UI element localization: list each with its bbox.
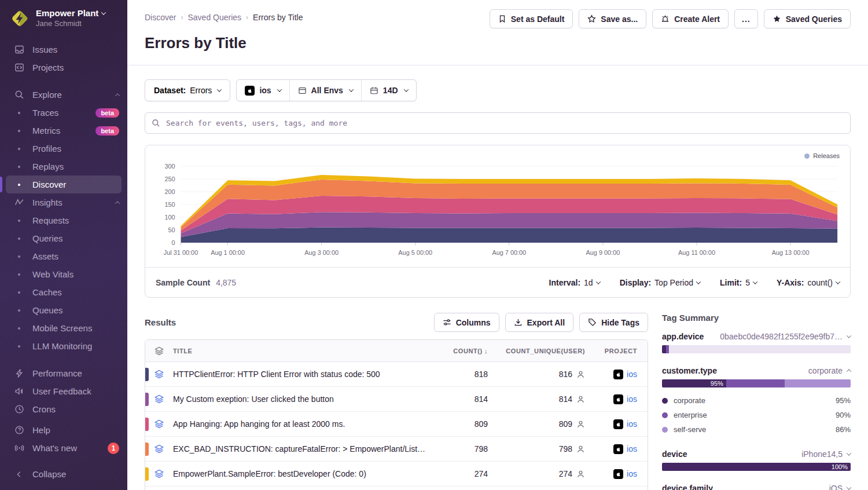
chevron-down-icon [836, 279, 840, 284]
event-title-link[interactable]: EmpowerPlant.SampleError: bestDeveloper … [173, 469, 366, 478]
breadcrumb-discover[interactable]: Discover [145, 13, 176, 22]
download-icon [514, 318, 523, 327]
legend-dot [662, 398, 668, 404]
breadcrumb-saved-queries[interactable]: Saved Queries [187, 13, 241, 22]
more-options-button[interactable]: ... [734, 9, 758, 28]
sidebar-item-caches[interactable]: •Caches [0, 283, 127, 301]
stack-icon[interactable] [145, 444, 173, 454]
sidebar-item-projects[interactable]: Projects [0, 58, 127, 76]
sidebar-item-metrics[interactable]: •Metricsbeta [0, 122, 127, 140]
sidebar-item-crons[interactable]: Crons [0, 400, 127, 418]
sidebar-item-requests[interactable]: •Requests [0, 211, 127, 229]
sidebar-item-label: Performance [32, 368, 82, 378]
chevron-down-icon [403, 87, 408, 92]
export-all-button[interactable]: Export All [505, 313, 574, 332]
sidebar-item-queries[interactable]: •Queries [0, 229, 127, 247]
column-count[interactable]: COUNT()↓ [433, 348, 488, 354]
sidebar-item-traces[interactable]: •Tracesbeta [0, 104, 127, 122]
sidebar-item-issues[interactable]: Issues [0, 41, 127, 58]
interval-selector[interactable]: Interval:1d [549, 278, 600, 287]
sidebar-item-user-feedback[interactable]: User Feedback [0, 382, 127, 400]
yaxis-selector[interactable]: Y-Axis:count() [777, 278, 840, 287]
sidebar-item-insights[interactable]: Insights [0, 193, 127, 211]
stack-icon[interactable] [145, 394, 173, 404]
chevron-up-icon[interactable] [847, 369, 851, 374]
facet-top-value[interactable]: 0baebc0de4982f1255f2e9e9fb7… [708, 332, 843, 341]
sidebar-item-label: Mobile Screens [32, 323, 92, 333]
sidebar-item-llm-monitoring[interactable]: •LLM Monitoring [0, 337, 127, 355]
project-link[interactable]: ios [627, 444, 637, 454]
chevron-down-icon [696, 279, 701, 284]
chart-legend[interactable]: Releases [804, 152, 840, 159]
org-switcher[interactable]: Empower Plant Jane Schmidt [0, 0, 127, 35]
column-count-unique[interactable]: COUNT_UNIQUE(USER) [488, 348, 585, 354]
sidebar-item-assets[interactable]: •Assets [0, 247, 127, 265]
svg-text:0: 0 [172, 239, 175, 246]
event-title-link[interactable]: EXC_BAD_INSTRUCTION: captureFatalError: … [173, 444, 425, 454]
facet-value-row[interactable]: corporate 95% [662, 393, 851, 408]
sidebar-item-replays[interactable]: •Replays [0, 158, 127, 175]
project-link[interactable]: ios [627, 419, 637, 429]
sidebar-collapse-button[interactable]: Collapse [0, 465, 127, 483]
sidebar-item-mobile-screens[interactable]: •Mobile Screens [0, 319, 127, 337]
stack-icon[interactable] [145, 370, 173, 379]
environment-filter[interactable]: All Envs [289, 80, 361, 101]
saved-queries-button[interactable]: Saved Queries [764, 9, 851, 28]
sidebar-item-explore[interactable]: Explore [0, 86, 127, 104]
sidebar-item-queues[interactable]: •Queues [0, 301, 127, 319]
chevron-down-icon [277, 87, 281, 92]
create-alert-button[interactable]: Create Alert [652, 9, 729, 28]
hide-tags-button[interactable]: Hide Tags [579, 313, 648, 332]
user-icon [576, 395, 585, 404]
facet-distribution-bar[interactable]: 95% [662, 379, 851, 387]
chevron-down-icon[interactable] [847, 485, 851, 489]
event-title-link[interactable]: My Custom exeption: User clicked the but… [173, 394, 334, 404]
event-title-link[interactable]: HTTPClientError: HTTP Client Error with … [173, 370, 380, 379]
project-link[interactable]: ios [627, 370, 637, 379]
project-filter[interactable]: ios [237, 80, 289, 101]
active-indicator [0, 177, 2, 192]
sidebar-item-profiles[interactable]: •Profiles [0, 140, 127, 158]
count-unique-value: 809 [559, 419, 572, 429]
facet-top-value[interactable]: iOS [718, 484, 843, 490]
sidebar-item-whats-new[interactable]: What's new 1 [0, 439, 127, 457]
chart-footer: Sample Count 4,875 Interval:1d Display:T… [145, 267, 850, 297]
column-title[interactable]: TITLE [173, 348, 433, 354]
series-color-chip [145, 443, 149, 456]
sidebar-item-discover[interactable]: •Discover [0, 175, 127, 193]
facet-distribution-bar[interactable] [662, 345, 851, 353]
sidebar-item-web-vitals[interactable]: •Web Vitals [0, 265, 127, 283]
date-range-filter[interactable]: 14D [361, 80, 416, 101]
set-as-default-button[interactable]: Set as Default [490, 9, 573, 28]
sidebar-item-label: Profiles [32, 144, 61, 153]
dataset-selector[interactable]: Dataset: Errors [145, 79, 230, 101]
display-selector[interactable]: Display:Top Period [620, 278, 700, 287]
facet-value-pct: 86% [836, 425, 851, 434]
event-title-link[interactable]: App Hanging: App hanging for at least 20… [173, 419, 345, 429]
columns-button[interactable]: Columns [434, 313, 499, 332]
apple-platform-icon [613, 394, 623, 404]
sidebar-item-help[interactable]: Help [0, 421, 127, 439]
ellipsis-icon: ... [742, 14, 751, 24]
facet-value-row[interactable]: self-serve 86% [662, 422, 851, 437]
facet-value-row[interactable]: enterprise 90% [662, 408, 851, 422]
project-link[interactable]: ios [627, 394, 637, 404]
chevron-down-icon[interactable] [847, 333, 851, 338]
sidebar-item-label: What's new [32, 443, 77, 453]
trend-chart[interactable]: Releases 050100150200250300Jul 31 00:00A… [145, 145, 850, 267]
sidebar-item-performance[interactable]: Performance [0, 364, 127, 382]
table-row: My Custom exeption: User clicked the but… [145, 387, 648, 412]
facet-name: app.device [662, 332, 704, 341]
limit-selector[interactable]: Limit:5 [720, 278, 757, 287]
facet-top-value[interactable]: corporate [722, 366, 843, 375]
save-as-button[interactable]: Save as... [579, 9, 646, 28]
stack-icon[interactable] [145, 469, 173, 478]
project-link[interactable]: ios [627, 469, 637, 478]
facet-distribution-bar[interactable]: 100% [662, 463, 851, 471]
table-header: TITLE COUNT()↓ COUNT_UNIQUE(USER) PROJEC… [145, 340, 648, 362]
chevron-down-icon[interactable] [847, 451, 851, 455]
stack-icon[interactable] [145, 419, 173, 429]
facet-top-value[interactable]: iPhone14,5 [692, 449, 843, 459]
column-project[interactable]: PROJECT [585, 348, 648, 354]
search-input[interactable] [145, 112, 851, 134]
